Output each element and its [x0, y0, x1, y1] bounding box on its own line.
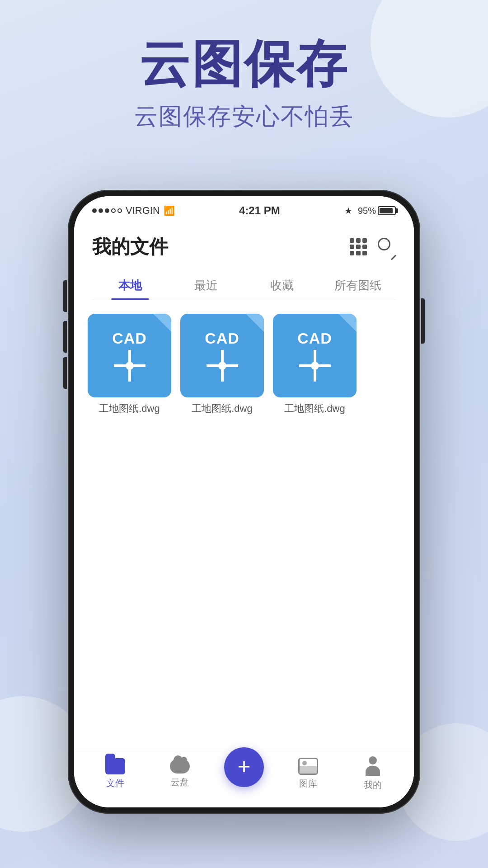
wifi-icon: 📶: [164, 205, 175, 216]
nav-item-profile[interactable]: 我的: [341, 756, 405, 791]
status-left: VIRGIN 📶: [92, 205, 175, 217]
nav-label-gallery: 图库: [299, 778, 317, 790]
nav-item-files[interactable]: 文件: [83, 758, 147, 789]
cad-crosshair-1: [114, 350, 145, 382]
tabs-row: 本地 最近 收藏 所有图纸: [92, 270, 396, 300]
signal-dot-5: [117, 208, 122, 213]
crosshair-center: [218, 362, 226, 370]
app-title-row: 我的文件: [92, 234, 396, 259]
app-title: 我的文件: [92, 234, 168, 259]
plus-icon: +: [237, 755, 250, 778]
cad-label-3: CAD: [297, 330, 332, 347]
status-right: ★ 95%: [344, 205, 396, 216]
battery-container: 95%: [358, 206, 396, 216]
grid-view-button[interactable]: [350, 238, 367, 255]
nav-label-cloud: 云盘: [171, 776, 189, 788]
grid-dot: [356, 245, 361, 249]
person-icon: [364, 756, 381, 776]
files-row: CAD 工地图纸.dwg CAD: [88, 314, 400, 415]
carrier-label: VIRGIN: [126, 205, 160, 217]
gallery-icon: [298, 758, 318, 775]
hero-title: 云图保存: [27, 36, 461, 92]
hero-subtitle: 云图保存安心不怕丢: [27, 101, 461, 132]
battery-icon: [378, 206, 396, 215]
plus-button[interactable]: +: [224, 747, 264, 787]
person-head: [369, 756, 377, 764]
file-name-1: 工地图纸.dwg: [99, 402, 160, 415]
cad-crosshair-3: [299, 350, 331, 382]
header-actions: [350, 238, 396, 256]
crosshair-center: [311, 362, 319, 370]
cad-label-1: CAD: [112, 330, 147, 347]
grid-dot: [350, 245, 354, 249]
grid-dot: [362, 245, 367, 249]
folder-icon: [105, 758, 125, 774]
grid-dot: [362, 238, 367, 243]
app-header: 我的文件: [74, 225, 414, 300]
phone-outer-frame: VIRGIN 📶 4:21 PM ★ 95% 我的文件: [68, 190, 420, 814]
nav-item-gallery[interactable]: 图库: [276, 758, 340, 790]
signal-dot-1: [92, 208, 97, 213]
hero-section: 云图保存 云图保存安心不怕丢: [0, 36, 488, 132]
signal-dot-3: [105, 208, 109, 213]
status-time: 4:21 PM: [239, 204, 280, 217]
battery-fill: [380, 208, 393, 213]
file-item-2[interactable]: CAD 工地图纸.dwg: [180, 314, 264, 415]
cad-label-2: CAD: [205, 330, 239, 347]
grid-dot: [350, 238, 354, 243]
signal-dot-2: [99, 208, 103, 213]
grid-dot: [356, 251, 361, 255]
bluetooth-icon: ★: [344, 205, 352, 216]
file-item-3[interactable]: CAD 工地图纸.dwg: [273, 314, 357, 415]
cad-file-icon-2: CAD: [180, 314, 264, 397]
cloud-icon: [170, 759, 190, 774]
nav-item-plus[interactable]: +: [212, 761, 276, 787]
nav-label-profile: 我的: [364, 779, 382, 791]
grid-dot: [356, 238, 361, 243]
battery-percent: 95%: [358, 206, 376, 216]
file-grid: CAD 工地图纸.dwg CAD: [74, 300, 414, 749]
tab-recent[interactable]: 最近: [168, 270, 244, 300]
file-name-2: 工地图纸.dwg: [192, 402, 252, 415]
cad-crosshair-2: [206, 350, 238, 382]
nav-label-files: 文件: [106, 777, 124, 789]
nav-item-cloud[interactable]: 云盘: [147, 759, 211, 788]
file-name-3: 工地图纸.dwg: [284, 402, 345, 415]
search-circle-icon: [378, 238, 390, 250]
crosshair-center: [126, 362, 134, 370]
tab-favorites[interactable]: 收藏: [244, 270, 320, 300]
tab-local[interactable]: 本地: [92, 270, 168, 300]
phone-screen: VIRGIN 📶 4:21 PM ★ 95% 我的文件: [74, 196, 414, 807]
cad-file-icon-3: CAD: [273, 314, 357, 397]
person-body: [366, 766, 380, 776]
phone-mockup: VIRGIN 📶 4:21 PM ★ 95% 我的文件: [68, 190, 420, 814]
grid-dot: [350, 251, 354, 255]
search-handle-icon: [391, 255, 396, 260]
search-button[interactable]: [378, 238, 396, 256]
bottom-nav: 文件 云盘 + 图库: [74, 749, 414, 807]
signal-dots: [92, 208, 122, 213]
cad-file-icon-1: CAD: [88, 314, 171, 397]
signal-dot-4: [111, 208, 116, 213]
file-item-1[interactable]: CAD 工地图纸.dwg: [88, 314, 171, 415]
grid-dot: [362, 251, 367, 255]
tab-all-drawings[interactable]: 所有图纸: [320, 270, 396, 300]
status-bar: VIRGIN 📶 4:21 PM ★ 95%: [74, 196, 414, 225]
